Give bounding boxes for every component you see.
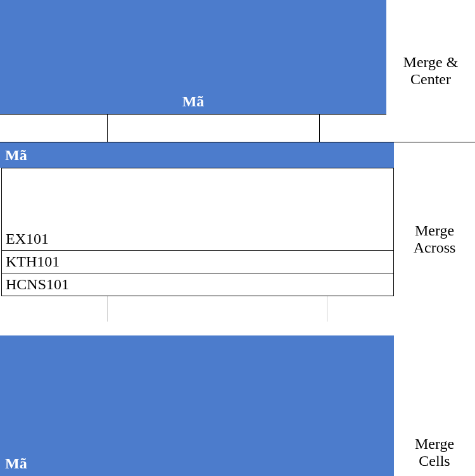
merge-across-label: Merge Across <box>394 142 475 335</box>
merge-center-label-text: Merge & Center <box>390 54 471 88</box>
merge-across-row2-text: KTH101 <box>6 253 60 270</box>
merge-center-row2-cell2 <box>108 115 320 142</box>
merge-cells-header: Mã <box>0 335 394 476</box>
merge-cells-label: Merge Cells <box>394 335 475 476</box>
merge-across-row4 <box>0 296 394 322</box>
merge-across-left: Mã EX101 KTH101 HCNS101 <box>0 142 394 335</box>
merge-across-body: EX101 KTH101 HCNS101 <box>1 168 394 296</box>
merge-center-row2-cell3 <box>320 115 386 142</box>
merge-center-section: Mã Merge & Center <box>0 0 475 142</box>
merge-center-row2-cell1 <box>0 115 108 142</box>
merge-across-header: Mã <box>0 142 394 168</box>
merge-across-row4-cell2 <box>108 296 327 322</box>
merge-across-row2: KTH101 <box>2 251 393 273</box>
merge-across-row3-text: HCNS101 <box>6 276 69 293</box>
merge-across-label-text: Merge Across <box>398 222 471 256</box>
merge-cells-left: Mã <box>0 335 394 476</box>
page-container: Mã Merge & Center Mã EX101 KTH101 <box>0 0 475 476</box>
merge-center-left: Mã <box>0 0 386 142</box>
merge-center-row2 <box>0 114 386 142</box>
merge-center-label: Merge & Center <box>386 0 475 142</box>
merge-across-row4-cell1 <box>0 296 108 322</box>
merge-center-header: Mã <box>0 0 386 114</box>
merge-across-row3: HCNS101 <box>2 273 393 296</box>
merge-across-row4-cell3 <box>327 296 394 322</box>
merge-cells-header-text: Mã <box>5 455 27 472</box>
merge-across-row1: EX101 <box>2 168 393 251</box>
merge-center-header-text: Mã <box>182 93 205 110</box>
merge-cells-section: Mã Merge Cells <box>0 335 475 476</box>
merge-cells-label-text: Merge Cells <box>398 435 471 470</box>
merge-across-section: Mã EX101 KTH101 HCNS101 Merge Across <box>0 142 475 335</box>
merge-across-header-text: Mã <box>5 147 27 164</box>
merge-across-row1-text: EX101 <box>6 230 49 247</box>
